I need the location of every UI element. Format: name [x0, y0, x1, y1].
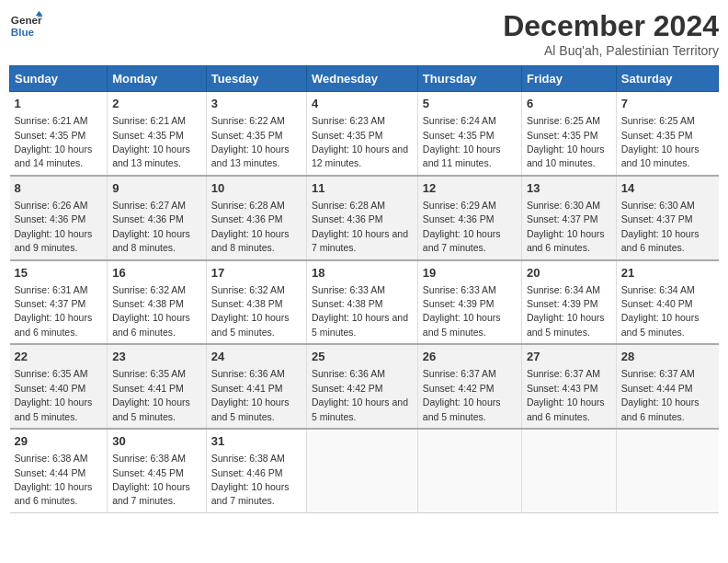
- calendar-cell: 27 Sunrise: 6:37 AMSunset: 4:43 PMDaylig…: [521, 344, 616, 429]
- calendar-cell: 19 Sunrise: 6:33 AMSunset: 4:39 PMDaylig…: [417, 260, 521, 345]
- day-info: Sunrise: 6:33 AMSunset: 4:39 PMDaylight:…: [423, 284, 501, 338]
- calendar-cell: 17 Sunrise: 6:32 AMSunset: 4:38 PMDaylig…: [206, 260, 306, 345]
- week-row-4: 22 Sunrise: 6:35 AMSunset: 4:40 PMDaylig…: [10, 344, 719, 429]
- day-info: Sunrise: 6:34 AMSunset: 4:39 PMDaylight:…: [527, 284, 605, 338]
- day-info: Sunrise: 6:24 AMSunset: 4:35 PMDaylight:…: [423, 115, 501, 168]
- day-info: Sunrise: 6:26 AMSunset: 4:36 PMDaylight:…: [15, 200, 93, 253]
- calendar-cell: 12 Sunrise: 6:29 AMSunset: 4:36 PMDaylig…: [417, 176, 521, 260]
- day-number: 15: [15, 265, 103, 282]
- day-info: Sunrise: 6:25 AMSunset: 4:35 PMDaylight:…: [527, 115, 605, 168]
- day-number: 2: [112, 96, 201, 112]
- calendar-cell: 18 Sunrise: 6:33 AMSunset: 4:38 PMDaylig…: [306, 260, 417, 345]
- column-header-thursday: Thursday: [417, 66, 521, 92]
- calendar-cell: 22 Sunrise: 6:35 AMSunset: 4:40 PMDaylig…: [10, 344, 108, 429]
- day-info: Sunrise: 6:22 AMSunset: 4:35 PMDaylight:…: [211, 115, 290, 168]
- week-row-2: 8 Sunrise: 6:26 AMSunset: 4:36 PMDayligh…: [10, 176, 719, 260]
- subtitle: Al Buq'ah, Palestinian Territory: [503, 43, 719, 58]
- day-info: Sunrise: 6:30 AMSunset: 4:37 PMDaylight:…: [621, 200, 700, 253]
- day-number: 12: [423, 180, 517, 197]
- day-info: Sunrise: 6:30 AMSunset: 4:37 PMDaylight:…: [527, 200, 605, 253]
- calendar-cell: 31 Sunrise: 6:38 AMSunset: 4:46 PMDaylig…: [206, 429, 306, 512]
- calendar-cell: 24 Sunrise: 6:36 AMSunset: 4:41 PMDaylig…: [206, 344, 306, 429]
- day-info: Sunrise: 6:25 AMSunset: 4:35 PMDaylight:…: [621, 115, 700, 168]
- day-number: 24: [211, 349, 301, 365]
- day-info: Sunrise: 6:32 AMSunset: 4:38 PMDaylight:…: [211, 284, 290, 338]
- day-number: 18: [312, 265, 413, 282]
- day-info: Sunrise: 6:35 AMSunset: 4:40 PMDaylight:…: [15, 368, 93, 421]
- week-row-1: 1 Sunrise: 6:21 AMSunset: 4:35 PMDayligh…: [10, 92, 719, 176]
- day-number: 11: [312, 180, 413, 197]
- day-info: Sunrise: 6:36 AMSunset: 4:42 PMDaylight:…: [312, 368, 408, 421]
- day-info: Sunrise: 6:27 AMSunset: 4:36 PMDaylight:…: [112, 200, 190, 253]
- day-number: 7: [621, 96, 714, 112]
- calendar-cell: 8 Sunrise: 6:26 AMSunset: 4:36 PMDayligh…: [10, 176, 108, 260]
- day-number: 29: [15, 433, 103, 450]
- day-number: 16: [112, 265, 201, 282]
- day-number: 19: [423, 265, 517, 282]
- day-number: 23: [112, 349, 201, 365]
- day-number: 22: [15, 349, 103, 365]
- column-header-monday: Monday: [108, 66, 207, 92]
- day-info: Sunrise: 6:35 AMSunset: 4:41 PMDaylight:…: [112, 368, 190, 421]
- column-header-wednesday: Wednesday: [306, 66, 417, 92]
- week-row-3: 15 Sunrise: 6:31 AMSunset: 4:37 PMDaylig…: [10, 260, 719, 345]
- calendar-cell: 2 Sunrise: 6:21 AMSunset: 4:35 PMDayligh…: [108, 92, 207, 176]
- calendar-cell: 5 Sunrise: 6:24 AMSunset: 4:35 PMDayligh…: [417, 92, 521, 176]
- day-info: Sunrise: 6:38 AMSunset: 4:46 PMDaylight:…: [211, 453, 290, 506]
- calendar-cell: 4 Sunrise: 6:23 AMSunset: 4:35 PMDayligh…: [306, 92, 417, 176]
- day-number: 27: [527, 349, 611, 365]
- calendar-cell: 29 Sunrise: 6:38 AMSunset: 4:44 PMDaylig…: [10, 429, 108, 512]
- calendar-cell: 16 Sunrise: 6:32 AMSunset: 4:38 PMDaylig…: [108, 260, 207, 345]
- calendar-cell: 21 Sunrise: 6:34 AMSunset: 4:40 PMDaylig…: [616, 260, 718, 345]
- day-number: 31: [211, 433, 301, 450]
- calendar-cell: 15 Sunrise: 6:31 AMSunset: 4:37 PMDaylig…: [10, 260, 108, 345]
- main-title: December 2024: [503, 9, 719, 43]
- day-info: Sunrise: 6:31 AMSunset: 4:37 PMDaylight:…: [15, 284, 93, 338]
- day-number: 25: [312, 349, 413, 365]
- calendar-cell: 20 Sunrise: 6:34 AMSunset: 4:39 PMDaylig…: [521, 260, 616, 345]
- day-number: 17: [211, 265, 301, 282]
- calendar-cell: [306, 429, 417, 512]
- column-header-sunday: Sunday: [10, 66, 108, 92]
- calendar-cell: 11 Sunrise: 6:28 AMSunset: 4:36 PMDaylig…: [306, 176, 417, 260]
- page-header: General Blue December 2024 Al Buq'ah, Pa…: [9, 9, 719, 58]
- calendar-cell: 6 Sunrise: 6:25 AMSunset: 4:35 PMDayligh…: [521, 92, 616, 176]
- day-number: 10: [211, 180, 301, 197]
- calendar-cell: 14 Sunrise: 6:30 AMSunset: 4:37 PMDaylig…: [616, 176, 718, 260]
- calendar-cell: 28 Sunrise: 6:37 AMSunset: 4:44 PMDaylig…: [616, 344, 718, 429]
- column-header-tuesday: Tuesday: [206, 66, 306, 92]
- day-number: 14: [621, 180, 714, 197]
- day-number: 20: [527, 265, 611, 282]
- day-number: 30: [112, 433, 201, 450]
- day-number: 28: [621, 349, 714, 365]
- calendar-cell: 1 Sunrise: 6:21 AMSunset: 4:35 PMDayligh…: [10, 92, 108, 176]
- day-info: Sunrise: 6:37 AMSunset: 4:42 PMDaylight:…: [423, 368, 501, 421]
- column-header-saturday: Saturday: [616, 66, 718, 92]
- day-number: 1: [15, 96, 103, 112]
- calendar-cell: 26 Sunrise: 6:37 AMSunset: 4:42 PMDaylig…: [417, 344, 521, 429]
- day-info: Sunrise: 6:34 AMSunset: 4:40 PMDaylight:…: [621, 284, 700, 338]
- week-row-5: 29 Sunrise: 6:38 AMSunset: 4:44 PMDaylig…: [10, 429, 719, 512]
- day-info: Sunrise: 6:29 AMSunset: 4:36 PMDaylight:…: [423, 200, 501, 253]
- calendar-cell: 23 Sunrise: 6:35 AMSunset: 4:41 PMDaylig…: [108, 344, 207, 429]
- calendar-cell: 30 Sunrise: 6:38 AMSunset: 4:45 PMDaylig…: [108, 429, 207, 512]
- calendar-cell: 10 Sunrise: 6:28 AMSunset: 4:36 PMDaylig…: [206, 176, 306, 260]
- logo-icon: General Blue: [9, 9, 42, 42]
- header-row: SundayMondayTuesdayWednesdayThursdayFrid…: [10, 66, 719, 92]
- day-info: Sunrise: 6:38 AMSunset: 4:44 PMDaylight:…: [15, 453, 93, 506]
- day-info: Sunrise: 6:37 AMSunset: 4:44 PMDaylight:…: [621, 368, 700, 421]
- calendar-cell: [521, 429, 616, 512]
- day-info: Sunrise: 6:21 AMSunset: 4:35 PMDaylight:…: [112, 115, 190, 168]
- calendar-cell: 3 Sunrise: 6:22 AMSunset: 4:35 PMDayligh…: [206, 92, 306, 176]
- day-info: Sunrise: 6:36 AMSunset: 4:41 PMDaylight:…: [211, 368, 290, 421]
- day-info: Sunrise: 6:37 AMSunset: 4:43 PMDaylight:…: [527, 368, 605, 421]
- day-info: Sunrise: 6:32 AMSunset: 4:38 PMDaylight:…: [112, 284, 190, 338]
- day-number: 6: [527, 96, 611, 112]
- calendar-cell: [417, 429, 521, 512]
- day-number: 5: [423, 96, 517, 112]
- calendar-cell: 25 Sunrise: 6:36 AMSunset: 4:42 PMDaylig…: [306, 344, 417, 429]
- day-number: 21: [621, 265, 714, 282]
- day-info: Sunrise: 6:28 AMSunset: 4:36 PMDaylight:…: [211, 200, 290, 253]
- logo: General Blue: [9, 9, 42, 42]
- day-info: Sunrise: 6:38 AMSunset: 4:45 PMDaylight:…: [112, 453, 190, 506]
